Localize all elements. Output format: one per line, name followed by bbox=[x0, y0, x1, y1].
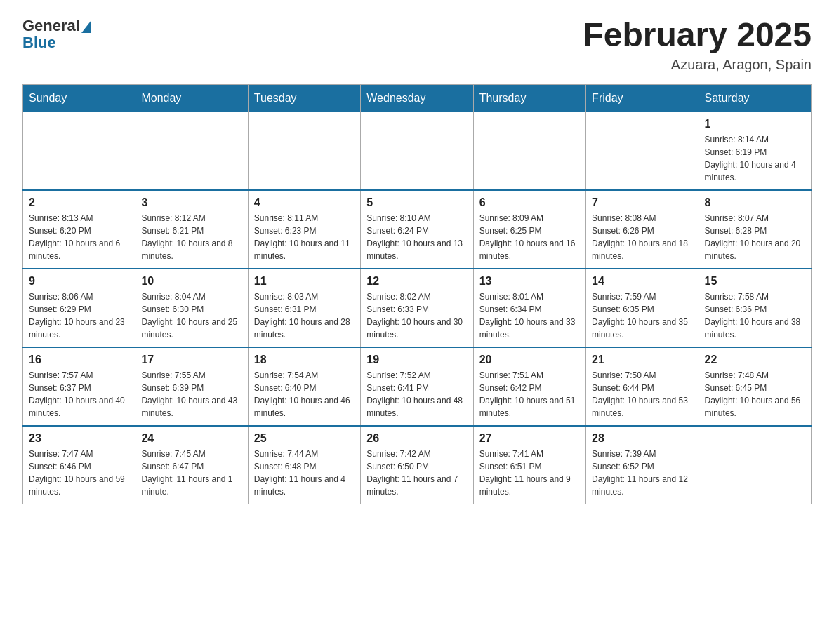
week-row-3: 9Sunrise: 8:06 AMSunset: 6:29 PMDaylight… bbox=[23, 269, 812, 347]
logo-general-text: General bbox=[22, 17, 80, 35]
day-number: 15 bbox=[705, 275, 805, 288]
day-info: Sunrise: 7:42 AMSunset: 6:50 PMDaylight:… bbox=[366, 448, 467, 498]
day-info: Sunrise: 8:02 AMSunset: 6:33 PMDaylight:… bbox=[366, 290, 467, 341]
day-info: Sunrise: 7:59 AMSunset: 6:35 PMDaylight:… bbox=[592, 290, 692, 341]
calendar-cell: 24Sunrise: 7:45 AMSunset: 6:47 PMDayligh… bbox=[135, 426, 248, 504]
week-row-1: 1Sunrise: 8:14 AMSunset: 6:19 PMDaylight… bbox=[23, 112, 812, 190]
calendar-cell bbox=[23, 112, 135, 190]
day-number: 14 bbox=[592, 275, 692, 288]
day-info: Sunrise: 7:58 AMSunset: 6:36 PMDaylight:… bbox=[705, 290, 805, 341]
weekday-header-tuesday: Tuesday bbox=[248, 84, 360, 112]
day-number: 3 bbox=[141, 196, 241, 209]
calendar-cell: 12Sunrise: 8:02 AMSunset: 6:33 PMDayligh… bbox=[361, 269, 473, 347]
day-info: Sunrise: 7:39 AMSunset: 6:52 PMDaylight:… bbox=[592, 448, 692, 498]
day-number: 9 bbox=[29, 275, 129, 288]
week-row-2: 2Sunrise: 8:13 AMSunset: 6:20 PMDaylight… bbox=[23, 190, 812, 269]
calendar-cell: 13Sunrise: 8:01 AMSunset: 6:34 PMDayligh… bbox=[473, 269, 585, 347]
calendar-cell: 22Sunrise: 7:48 AMSunset: 6:45 PMDayligh… bbox=[699, 347, 811, 426]
location-text: Azuara, Aragon, Spain bbox=[583, 57, 812, 73]
day-info: Sunrise: 8:14 AMSunset: 6:19 PMDaylight:… bbox=[705, 133, 805, 184]
day-info: Sunrise: 7:54 AMSunset: 6:40 PMDaylight:… bbox=[254, 369, 355, 420]
calendar-cell: 14Sunrise: 7:59 AMSunset: 6:35 PMDayligh… bbox=[586, 269, 699, 347]
calendar-cell: 28Sunrise: 7:39 AMSunset: 6:52 PMDayligh… bbox=[586, 426, 699, 504]
calendar-cell: 4Sunrise: 8:11 AMSunset: 6:23 PMDaylight… bbox=[248, 190, 360, 269]
calendar-cell: 2Sunrise: 8:13 AMSunset: 6:20 PMDaylight… bbox=[23, 190, 135, 269]
weekday-header-saturday: Saturday bbox=[699, 84, 811, 112]
day-number: 22 bbox=[705, 354, 805, 366]
weekday-header-sunday: Sunday bbox=[23, 84, 135, 112]
day-info: Sunrise: 7:41 AMSunset: 6:51 PMDaylight:… bbox=[479, 448, 580, 498]
day-number: 16 bbox=[29, 354, 129, 366]
day-number: 26 bbox=[366, 432, 467, 445]
day-number: 20 bbox=[479, 354, 580, 366]
calendar-cell: 7Sunrise: 8:08 AMSunset: 6:26 PMDaylight… bbox=[586, 190, 699, 269]
calendar-cell: 6Sunrise: 8:09 AMSunset: 6:25 PMDaylight… bbox=[473, 190, 585, 269]
day-info: Sunrise: 7:57 AMSunset: 6:37 PMDaylight:… bbox=[29, 369, 129, 420]
calendar-cell: 1Sunrise: 8:14 AMSunset: 6:19 PMDaylight… bbox=[699, 112, 811, 190]
day-info: Sunrise: 7:48 AMSunset: 6:45 PMDaylight:… bbox=[705, 369, 805, 420]
day-info: Sunrise: 8:01 AMSunset: 6:34 PMDaylight:… bbox=[479, 290, 580, 341]
calendar-cell: 21Sunrise: 7:50 AMSunset: 6:44 PMDayligh… bbox=[586, 347, 699, 426]
day-number: 21 bbox=[592, 354, 692, 366]
weekday-header-row: SundayMondayTuesdayWednesdayThursdayFrid… bbox=[23, 84, 812, 112]
day-number: 25 bbox=[254, 432, 355, 445]
calendar-cell: 5Sunrise: 8:10 AMSunset: 6:24 PMDaylight… bbox=[361, 190, 473, 269]
page-header: General Blue February 2025 Azuara, Arago… bbox=[22, 17, 812, 73]
weekday-header-friday: Friday bbox=[586, 84, 699, 112]
calendar-table: SundayMondayTuesdayWednesdayThursdayFrid… bbox=[22, 84, 812, 504]
day-number: 2 bbox=[29, 196, 129, 209]
calendar-cell bbox=[248, 112, 360, 190]
day-number: 5 bbox=[366, 196, 467, 209]
day-info: Sunrise: 8:07 AMSunset: 6:28 PMDaylight:… bbox=[705, 212, 805, 262]
day-info: Sunrise: 8:10 AMSunset: 6:24 PMDaylight:… bbox=[366, 212, 467, 262]
weekday-header-monday: Monday bbox=[135, 84, 248, 112]
day-info: Sunrise: 7:47 AMSunset: 6:46 PMDaylight:… bbox=[29, 448, 129, 498]
day-number: 10 bbox=[141, 275, 241, 288]
calendar-cell bbox=[699, 426, 811, 504]
calendar-cell bbox=[586, 112, 699, 190]
day-number: 23 bbox=[29, 432, 129, 445]
calendar-cell: 16Sunrise: 7:57 AMSunset: 6:37 PMDayligh… bbox=[23, 347, 135, 426]
day-info: Sunrise: 7:51 AMSunset: 6:42 PMDaylight:… bbox=[479, 369, 580, 420]
day-info: Sunrise: 7:44 AMSunset: 6:48 PMDaylight:… bbox=[254, 448, 355, 498]
calendar-cell bbox=[473, 112, 585, 190]
day-number: 4 bbox=[254, 196, 355, 209]
day-number: 7 bbox=[592, 196, 692, 209]
day-info: Sunrise: 8:11 AMSunset: 6:23 PMDaylight:… bbox=[254, 212, 355, 262]
calendar-cell: 10Sunrise: 8:04 AMSunset: 6:30 PMDayligh… bbox=[135, 269, 248, 347]
calendar-cell: 23Sunrise: 7:47 AMSunset: 6:46 PMDayligh… bbox=[23, 426, 135, 504]
day-number: 12 bbox=[366, 275, 467, 288]
day-info: Sunrise: 7:50 AMSunset: 6:44 PMDaylight:… bbox=[592, 369, 692, 420]
calendar-cell: 9Sunrise: 8:06 AMSunset: 6:29 PMDaylight… bbox=[23, 269, 135, 347]
logo-blue-text: Blue bbox=[22, 34, 56, 52]
calendar-cell: 20Sunrise: 7:51 AMSunset: 6:42 PMDayligh… bbox=[473, 347, 585, 426]
calendar-cell: 3Sunrise: 8:12 AMSunset: 6:21 PMDaylight… bbox=[135, 190, 248, 269]
day-info: Sunrise: 8:06 AMSunset: 6:29 PMDaylight:… bbox=[29, 290, 129, 341]
calendar-cell: 27Sunrise: 7:41 AMSunset: 6:51 PMDayligh… bbox=[473, 426, 585, 504]
calendar-cell: 19Sunrise: 7:52 AMSunset: 6:41 PMDayligh… bbox=[361, 347, 473, 426]
day-number: 1 bbox=[705, 118, 805, 130]
week-row-5: 23Sunrise: 7:47 AMSunset: 6:46 PMDayligh… bbox=[23, 426, 812, 504]
calendar-cell: 15Sunrise: 7:58 AMSunset: 6:36 PMDayligh… bbox=[699, 269, 811, 347]
calendar-cell: 17Sunrise: 7:55 AMSunset: 6:39 PMDayligh… bbox=[135, 347, 248, 426]
calendar-cell: 26Sunrise: 7:42 AMSunset: 6:50 PMDayligh… bbox=[361, 426, 473, 504]
calendar-cell bbox=[361, 112, 473, 190]
day-number: 13 bbox=[479, 275, 580, 288]
week-row-4: 16Sunrise: 7:57 AMSunset: 6:37 PMDayligh… bbox=[23, 347, 812, 426]
weekday-header-thursday: Thursday bbox=[473, 84, 585, 112]
calendar-cell: 11Sunrise: 8:03 AMSunset: 6:31 PMDayligh… bbox=[248, 269, 360, 347]
day-info: Sunrise: 8:03 AMSunset: 6:31 PMDaylight:… bbox=[254, 290, 355, 341]
day-info: Sunrise: 8:12 AMSunset: 6:21 PMDaylight:… bbox=[141, 212, 241, 262]
day-info: Sunrise: 8:09 AMSunset: 6:25 PMDaylight:… bbox=[479, 212, 580, 262]
day-info: Sunrise: 8:08 AMSunset: 6:26 PMDaylight:… bbox=[592, 212, 692, 262]
calendar-cell: 8Sunrise: 8:07 AMSunset: 6:28 PMDaylight… bbox=[699, 190, 811, 269]
day-number: 18 bbox=[254, 354, 355, 366]
day-number: 28 bbox=[592, 432, 692, 445]
calendar-cell bbox=[135, 112, 248, 190]
day-info: Sunrise: 8:13 AMSunset: 6:20 PMDaylight:… bbox=[29, 212, 129, 262]
day-number: 6 bbox=[479, 196, 580, 209]
day-info: Sunrise: 7:55 AMSunset: 6:39 PMDaylight:… bbox=[141, 369, 241, 420]
day-info: Sunrise: 7:45 AMSunset: 6:47 PMDaylight:… bbox=[141, 448, 241, 498]
day-info: Sunrise: 7:52 AMSunset: 6:41 PMDaylight:… bbox=[366, 369, 467, 420]
logo: General Blue bbox=[22, 17, 91, 52]
